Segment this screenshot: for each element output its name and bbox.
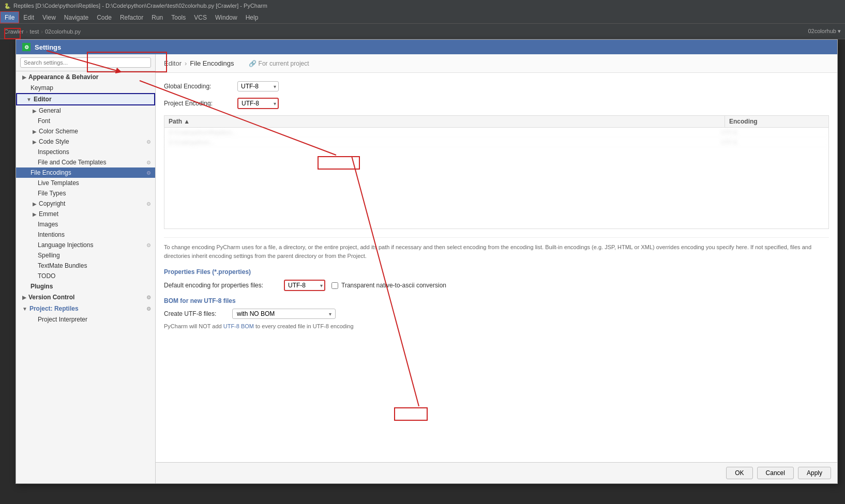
title-bar: 🐍 Reptiles [D:\Code\python\Reptiles] - D… (0, 0, 845, 11)
menu-view[interactable]: View (38, 11, 60, 23)
breadcrumb-test[interactable]: test (30, 28, 39, 35)
breadcrumb-file[interactable]: 02colorhub.py (45, 28, 81, 35)
breadcrumb-sep-2: › (41, 28, 43, 35)
branch-selector[interactable]: 02colorhub ▾ (808, 28, 841, 35)
breadcrumb: Crawler › test › 02colorhub.py (4, 28, 81, 35)
menu-run[interactable]: Run (147, 11, 167, 23)
menu-window[interactable]: Window (211, 11, 242, 23)
menu-tools[interactable]: Tools (167, 11, 190, 23)
toolbar: Crawler › test › 02colorhub.py 02colorhu… (0, 24, 845, 39)
menu-navigate[interactable]: Navigate (60, 11, 93, 23)
menu-code[interactable]: Code (93, 11, 116, 23)
title-text: Reptiles [D:\Code\python\Reptiles] - D:\… (13, 3, 267, 9)
menu-edit[interactable]: Edit (19, 11, 38, 23)
menu-bar: File Edit View Navigate Code Refactor Ru… (0, 11, 845, 24)
menu-refactor[interactable]: Refactor (116, 11, 147, 23)
breadcrumb-crawler[interactable]: Crawler (4, 28, 24, 35)
menu-file[interactable]: File (0, 11, 19, 23)
menu-help[interactable]: Help (242, 11, 263, 23)
breadcrumb-sep-1: › (26, 28, 28, 35)
menu-vcs[interactable]: VCS (190, 11, 211, 23)
app-icon: 🐍 (4, 3, 10, 9)
